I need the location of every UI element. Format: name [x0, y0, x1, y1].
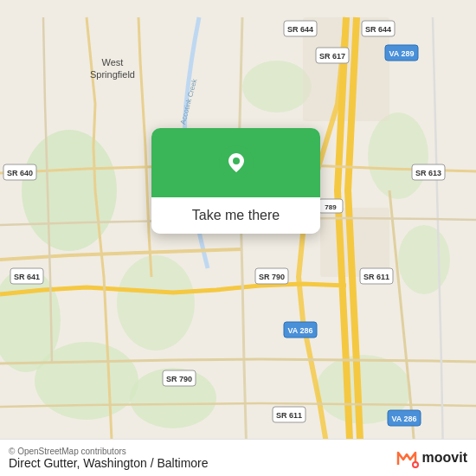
- svg-text:SR 644: SR 644: [287, 25, 313, 34]
- svg-point-47: [233, 158, 240, 164]
- moovit-brand-icon: [395, 446, 419, 470]
- svg-point-5: [398, 225, 450, 294]
- svg-point-3: [35, 342, 138, 420]
- moovit-logo: moovit: [395, 446, 467, 470]
- card-green-area: [151, 128, 320, 197]
- svg-point-50: [414, 463, 417, 466]
- svg-text:VA 289: VA 289: [389, 49, 414, 58]
- svg-point-1: [22, 130, 117, 251]
- svg-text:SR 641: SR 641: [14, 273, 40, 281]
- svg-text:789: 789: [325, 203, 337, 211]
- take-me-there-button[interactable]: Take me there: [151, 197, 320, 234]
- svg-text:SR 613: SR 613: [415, 169, 441, 177]
- action-card: Take me there: [151, 128, 320, 234]
- svg-text:SR 611: SR 611: [363, 273, 389, 281]
- svg-text:West: West: [102, 57, 124, 68]
- svg-text:SR 644: SR 644: [365, 25, 391, 34]
- svg-point-9: [117, 255, 195, 351]
- svg-point-8: [242, 61, 312, 113]
- map-container: Accotink Creek SR 644 SR 644 VA 289: [0, 0, 476, 476]
- svg-text:VA 286: VA 286: [391, 415, 416, 423]
- location-label: Direct Gutter, Washington / Baltimore: [9, 456, 209, 470]
- svg-text:VA 286: VA 286: [287, 326, 312, 335]
- svg-text:SR 617: SR 617: [319, 52, 345, 61]
- attribution-text: © OpenStreetMap contributors: [9, 447, 209, 456]
- bottom-left: © OpenStreetMap contributors Direct Gutt…: [9, 447, 209, 470]
- svg-text:SR 611: SR 611: [276, 411, 302, 420]
- svg-text:SR 790: SR 790: [166, 375, 192, 383]
- svg-point-4: [368, 113, 428, 199]
- svg-text:SR 790: SR 790: [259, 273, 285, 281]
- map-svg: Accotink Creek SR 644 SR 644 VA 289: [0, 0, 476, 476]
- location-pin-icon: [218, 145, 254, 181]
- svg-text:SR 640: SR 640: [7, 169, 33, 177]
- moovit-text: moovit: [422, 450, 467, 466]
- bottom-bar: © OpenStreetMap contributors Direct Gutt…: [0, 439, 476, 476]
- svg-text:Springfield: Springfield: [90, 69, 135, 80]
